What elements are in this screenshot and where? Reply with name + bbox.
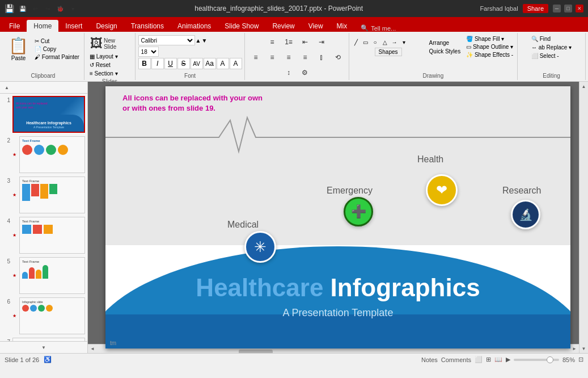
shape-tri[interactable]: △ xyxy=(380,37,390,47)
share-button[interactable]: Share xyxy=(523,4,548,13)
normal-view-icon[interactable]: ⬜ xyxy=(475,356,483,363)
maximize-button[interactable]: □ xyxy=(564,5,572,12)
decrease-indent-button[interactable]: ⇤ xyxy=(297,35,313,49)
tab-file[interactable]: File xyxy=(2,20,27,32)
slide-preview-1[interactable]: All icons can be replacedwith your own..… xyxy=(12,96,85,133)
tab-view[interactable]: View xyxy=(302,20,330,32)
medical-icon-circle[interactable]: ✳ xyxy=(244,231,276,263)
slide-thumb-3[interactable]: 3 ★ Text Frame xyxy=(2,177,85,213)
font-family-select[interactable]: Calibri xyxy=(138,35,195,45)
columns-button[interactable]: ⫿ xyxy=(314,51,329,64)
slide-thumb-2[interactable]: 2 ★ Text Frame xyxy=(2,136,85,173)
shape-more[interactable]: ▾ xyxy=(400,37,409,47)
zoom-slider[interactable] xyxy=(514,359,559,361)
reading-view-icon[interactable]: 📖 xyxy=(494,356,502,363)
slide-canvas[interactable]: All icons can be replaced with your own … xyxy=(105,86,570,348)
emergency-icon-circle[interactable]: ➕ xyxy=(344,197,373,226)
tab-insert[interactable]: Insert xyxy=(58,20,89,32)
slide-panel-up-arrow[interactable]: ▲ xyxy=(2,83,11,92)
shape-arrow[interactable]: → xyxy=(390,37,399,47)
slide-preview-6[interactable]: Infographic slide xyxy=(19,297,85,334)
tab-design[interactable]: Design xyxy=(89,20,124,32)
window-controls[interactable]: ─ □ ✕ xyxy=(553,5,583,12)
slide-preview-2[interactable]: Text Frame xyxy=(19,136,85,173)
slideshow-view-icon[interactable]: ▶ xyxy=(506,356,510,363)
scroll-down-arrow[interactable]: ▼ xyxy=(579,344,589,353)
cut-button[interactable]: ✂ Cut xyxy=(33,37,81,45)
zoom-thumb[interactable] xyxy=(547,356,553,363)
slide-panel-scroll[interactable]: 1 All icons can be replacedwith your own… xyxy=(0,94,87,341)
tab-home[interactable]: Home xyxy=(27,20,58,32)
font-size-toggle[interactable]: Aa xyxy=(204,58,216,69)
dropdown-btn[interactable]: ▾ xyxy=(67,3,78,14)
tell-me-input[interactable]: Tell me... xyxy=(371,25,396,32)
find-button[interactable]: 🔍 Find xyxy=(530,35,552,43)
undo-btn[interactable]: ↩ xyxy=(30,3,40,14)
tab-review[interactable]: Review xyxy=(265,20,301,32)
increase-indent-button[interactable]: ⇥ xyxy=(314,35,329,49)
slide-thumb-5[interactable]: 5 ★ Text Frame xyxy=(2,257,85,294)
char-spacing-button[interactable]: AV xyxy=(191,58,203,69)
section-button[interactable]: ≡ Section ▾ xyxy=(88,70,120,77)
scroll-right-arrow[interactable]: ► xyxy=(570,345,579,354)
tab-transitions[interactable]: Transitions xyxy=(124,20,171,32)
italic-button[interactable]: I xyxy=(151,58,164,69)
shapes-button[interactable]: Shapes xyxy=(375,48,402,56)
font-size-up[interactable]: ▲ xyxy=(196,37,201,44)
slide-sorter-icon[interactable]: ⊞ xyxy=(486,356,491,363)
scroll-left-arrow[interactable]: ◄ xyxy=(88,345,97,354)
shape-oval[interactable]: ○ xyxy=(371,37,380,47)
bold-button[interactable]: B xyxy=(138,58,151,69)
redo-btn[interactable]: ↪ xyxy=(43,3,53,14)
layout-button[interactable]: ▦ Layout ▾ xyxy=(88,53,120,60)
debug-btn[interactable]: 🐞 xyxy=(55,3,65,14)
convert-smartart-button[interactable]: ⚙ xyxy=(297,66,313,79)
scroll-thumb-h[interactable] xyxy=(239,350,273,354)
accessibility-icon[interactable]: ♿ xyxy=(44,356,52,363)
save-btn[interactable]: 💾 xyxy=(18,3,28,14)
clear-format-button[interactable]: A xyxy=(230,58,242,69)
shape-fill-button[interactable]: 🪣 Shape Fill ▾ xyxy=(464,35,515,43)
canvas-scrollbar-vertical[interactable]: ▲ ▼ xyxy=(579,82,588,353)
align-left-button[interactable]: ≡ xyxy=(248,51,264,64)
strikethrough-button[interactable]: S xyxy=(177,58,190,69)
font-size-down[interactable]: ▼ xyxy=(202,37,208,44)
align-right-button[interactable]: ≡ xyxy=(281,51,297,64)
notes-button[interactable]: Notes xyxy=(421,356,438,363)
slide-preview-3[interactable]: Text Frame xyxy=(19,177,85,213)
slide-panel-down-arrow[interactable]: ▼ xyxy=(39,343,48,352)
close-button[interactable]: ✕ xyxy=(576,5,583,12)
quick-styles-button[interactable]: Quick Styles xyxy=(428,48,463,55)
comments-button[interactable]: Comments xyxy=(441,356,471,363)
slide-thumb-7[interactable]: 7 Slide 7 content xyxy=(2,338,85,341)
copy-button[interactable]: 📄 Copy xyxy=(33,45,81,53)
slide-thumb-1[interactable]: 1 All icons can be replacedwith your own… xyxy=(2,96,85,133)
align-justify-button[interactable]: ≡ xyxy=(297,51,313,64)
align-center-button[interactable]: ≡ xyxy=(264,51,280,64)
slide-preview-7[interactable]: Slide 7 content xyxy=(12,338,85,341)
tab-mix[interactable]: Mix xyxy=(330,20,354,32)
tab-animations[interactable]: Animations xyxy=(171,20,218,32)
bullets-button[interactable]: ≡ xyxy=(264,35,280,49)
reset-button[interactable]: ↺ Reset xyxy=(88,61,120,69)
slide-thumb-4[interactable]: 4 ★ Text Frame xyxy=(2,217,85,254)
shape-rect[interactable]: ▭ xyxy=(361,37,370,47)
underline-button[interactable]: U xyxy=(164,58,177,69)
shape-outline-button[interactable]: ▭ Shape Outline ▾ xyxy=(464,43,515,51)
format-painter-button[interactable]: 🖌 Format Painter xyxy=(33,53,81,61)
shape-effects-button[interactable]: ✨ Shape Effects - xyxy=(464,51,515,58)
font-color-button[interactable]: A xyxy=(217,58,229,69)
research-icon-circle[interactable]: 🔬 xyxy=(511,200,540,229)
slide-thumb-6[interactable]: 6 ★ Infographic slide xyxy=(2,297,85,334)
font-size-select[interactable]: 18 xyxy=(138,47,159,57)
select-button[interactable]: ⬜ Select - xyxy=(530,52,561,60)
text-direction-button[interactable]: ⟲ xyxy=(330,51,346,64)
slide-preview-4[interactable]: Text Frame xyxy=(19,217,85,254)
slide-preview-5[interactable]: Text Frame xyxy=(19,257,85,294)
tab-slideshow[interactable]: Slide Show xyxy=(218,20,265,32)
arrange-button[interactable]: Arrange xyxy=(428,39,463,47)
paste-button[interactable]: 📋 Paste xyxy=(5,35,32,62)
shape-line[interactable]: ╱ xyxy=(352,37,361,47)
replace-button[interactable]: ↔ ab Replace ▾ xyxy=(530,44,573,51)
scroll-up-arrow[interactable]: ▲ xyxy=(579,82,589,91)
